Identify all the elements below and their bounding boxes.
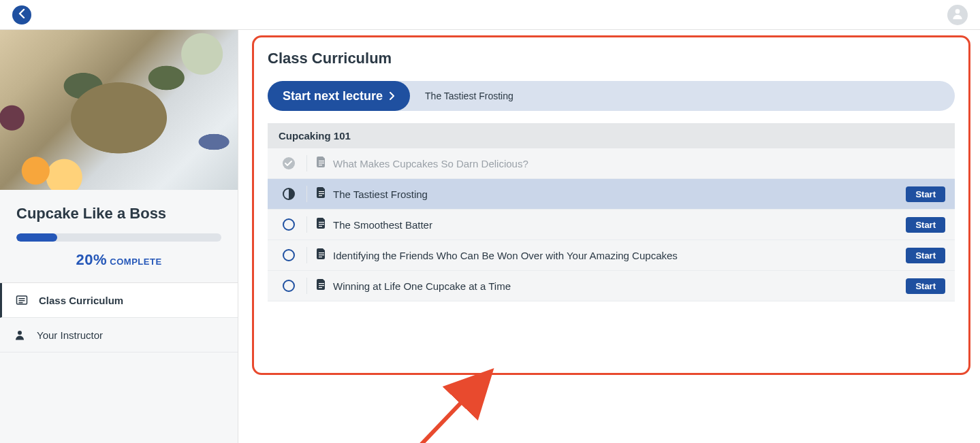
progress-word: COMPLETE [110, 257, 161, 267]
start-button[interactable]: Start [906, 248, 945, 263]
sidebar-item-curriculum[interactable]: Class Curriculum [0, 283, 238, 318]
annotation-arrow-icon [407, 363, 503, 443]
progress-label: 20% COMPLETE [16, 251, 221, 269]
lesson-row[interactable]: What Makes Cupcakes So Darn Delicious? [268, 148, 955, 179]
start-next-lecture-button[interactable]: Start next lecture [268, 81, 410, 111]
avatar[interactable] [947, 5, 968, 25]
lesson-row[interactable]: Identifying the Friends Who Can Be Won O… [268, 240, 955, 271]
svg-rect-20 [319, 255, 324, 255]
document-icon [317, 157, 326, 170]
topbar [0, 0, 980, 30]
svg-rect-11 [319, 191, 324, 192]
status-icon [277, 186, 307, 202]
document-icon [317, 279, 326, 293]
sidebar-item-label: Class Curriculum [39, 295, 123, 306]
sidebar-item-instructor[interactable]: Your Instructor [0, 318, 238, 352]
section-title: Cupcaking 101 [268, 123, 955, 148]
back-button[interactable] [12, 5, 31, 24]
svg-rect-8 [319, 163, 324, 163]
lesson-title: Winning at Life One Cupcake at a Time [333, 280, 906, 292]
lesson-title: What Makes Cupcakes So Darn Delicious? [333, 158, 945, 169]
svg-point-5 [18, 331, 22, 335]
start-button[interactable]: Start [906, 186, 945, 202]
main: Class Curriculum Start next lecture The … [238, 30, 980, 443]
chevron-right-icon [390, 89, 395, 103]
sidebar-item-label: Your Instructor [37, 329, 103, 341]
svg-point-0 [955, 9, 960, 14]
start-next-label: Start next lecture [283, 89, 383, 103]
status-icon [277, 247, 307, 263]
course-hero-image [0, 30, 238, 190]
svg-rect-25 [319, 287, 322, 288]
svg-rect-13 [319, 195, 322, 196]
svg-rect-9 [319, 165, 322, 165]
sidebar: Cupcake Like a Boss 20% COMPLETE Class C… [0, 30, 238, 443]
svg-rect-23 [319, 283, 324, 284]
lesson-title: Identifying the Friends Who Can Be Won O… [333, 250, 906, 261]
svg-point-14 [283, 219, 294, 230]
next-lecture-title: The Tastiest Frosting [425, 91, 513, 101]
progress-percent: 20% [76, 251, 107, 268]
start-button[interactable]: Start [906, 217, 945, 233]
next-lecture-bar: Start next lecture The Tastiest Frosting [268, 81, 955, 111]
progress-bar [16, 233, 221, 242]
progress-fill [16, 233, 57, 242]
lesson-title: The Tastiest Frosting [333, 188, 906, 200]
status-icon [277, 155, 307, 171]
svg-rect-12 [319, 193, 324, 194]
user-icon [951, 7, 964, 23]
svg-rect-21 [319, 257, 322, 257]
status-icon [277, 216, 307, 233]
lesson-row[interactable]: The Tastiest FrostingStart [268, 179, 955, 210]
svg-rect-7 [319, 161, 324, 161]
lesson-row[interactable]: Winning at Life One Cupcake at a TimeSta… [268, 271, 955, 301]
list-icon [16, 294, 29, 306]
status-icon [277, 278, 307, 294]
svg-line-26 [414, 377, 486, 443]
svg-rect-15 [319, 222, 324, 223]
document-icon [317, 248, 326, 262]
document-icon [317, 218, 326, 231]
lesson-row[interactable]: The Smoothest BatterStart [268, 210, 955, 240]
chevron-left-icon [18, 9, 25, 21]
curriculum-panel: Class Curriculum Start next lecture The … [252, 35, 970, 375]
svg-rect-24 [319, 285, 324, 286]
course-meta: Cupcake Like a Boss 20% COMPLETE [0, 190, 238, 283]
panel-heading: Class Curriculum [268, 50, 955, 67]
course-title: Cupcake Like a Boss [16, 205, 221, 223]
svg-rect-19 [319, 252, 324, 253]
document-icon [317, 187, 326, 201]
svg-rect-16 [319, 224, 324, 225]
svg-rect-17 [319, 226, 322, 227]
lesson-title: The Smoothest Batter [333, 219, 906, 231]
user-icon [14, 329, 27, 341]
start-button[interactable]: Start [906, 278, 945, 294]
svg-point-18 [283, 250, 294, 261]
svg-point-22 [283, 280, 294, 291]
